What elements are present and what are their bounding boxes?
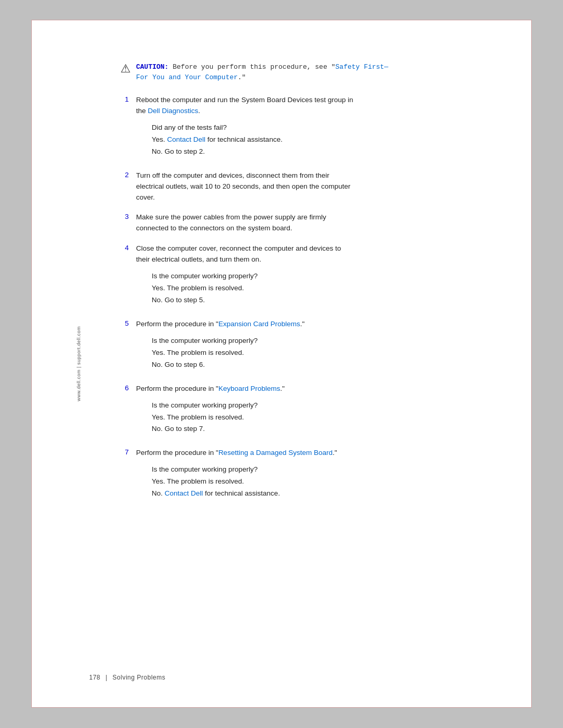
step-4: 4 Close the computer cover, reconnect th… (120, 243, 479, 310)
step-1-number: 1 (120, 95, 129, 103)
footer: 178 | Solving Problems (89, 674, 165, 681)
step-5-number: 5 (120, 319, 129, 327)
step-2-text: Turn off the computer and devices, disco… (136, 171, 350, 201)
step-5-sub-2: Yes. The problem is resolved. (152, 347, 479, 359)
step-6-sub-2: Yes. The problem is resolved. (152, 412, 479, 424)
step-6-content: Perform the procedure in "Keyboard Probl… (136, 384, 479, 439)
page: www.dell.com | support.dell.com ⚠ CAUTIO… (31, 20, 532, 708)
step-4-sub-1: Is the computer working properly? (152, 270, 479, 282)
step-7-sub: Is the computer working properly? Yes. T… (152, 464, 479, 500)
step-3-number: 3 (120, 213, 129, 220)
step-1: 1 Reboot the computer and run the System… (120, 95, 479, 161)
keyboard-problems-link[interactable]: Keyboard Problems (218, 385, 280, 392)
caution-label: CAUTION: (136, 63, 168, 71)
step-1-sub-3: No. Go to step 2. (152, 146, 479, 158)
step-1-sub-2: Yes. Contact Dell for technical assistan… (152, 134, 479, 146)
step-1-sub: Did any of the tests fail? Yes. Contact … (152, 122, 479, 158)
step-3-content: Make sure the power cables from the powe… (136, 212, 479, 234)
expansion-card-link[interactable]: Expansion Card Problems (218, 320, 300, 328)
footer-section: Solving Problems (113, 674, 165, 681)
step-6-sub-3: No. Go to step 7. (152, 423, 479, 435)
contact-dell-link-1[interactable]: Contact Dell (167, 135, 206, 143)
resetting-damaged-board-link[interactable]: Resetting a Damaged System Board (218, 449, 333, 456)
step-7-text: Perform the procedure in "Resetting a Da… (136, 449, 337, 456)
step-7: 7 Perform the procedure in "Resetting a … (120, 448, 479, 503)
step-5-sub: Is the computer working properly? Yes. T… (152, 335, 479, 371)
caution-box: ⚠ CAUTION: Before you perform this proce… (120, 62, 479, 82)
step-4-sub-3: No. Go to step 5. (152, 294, 479, 306)
step-6-sub-1: Is the computer working properly? (152, 400, 479, 412)
safety-first-link[interactable]: Safety First—For You and Your Computer (136, 63, 388, 81)
step-5-sub-3: No. Go to step 6. (152, 359, 479, 371)
step-6: 6 Perform the procedure in "Keyboard Pro… (120, 384, 479, 439)
step-2-content: Turn off the computer and devices, disco… (136, 170, 479, 203)
page-number: 178 (89, 674, 101, 681)
step-6-text: Perform the procedure in "Keyboard Probl… (136, 385, 285, 392)
step-4-content: Close the computer cover, reconnect the … (136, 243, 479, 310)
step-1-content: Reboot the computer and run the System B… (136, 95, 479, 161)
step-4-sub-2: Yes. The problem is resolved. (152, 282, 479, 294)
main-content: ⚠ CAUTION: Before you perform this proce… (120, 62, 479, 503)
step-1-text: Reboot the computer and run the System B… (136, 96, 353, 115)
step-5-text: Perform the procedure in "Expansion Card… (136, 320, 304, 328)
step-7-number: 7 (120, 448, 129, 456)
step-6-sub: Is the computer working properly? Yes. T… (152, 400, 479, 436)
step-4-text: Close the computer cover, reconnect the … (136, 244, 341, 263)
step-7-sub-1: Is the computer working properly? (152, 464, 479, 476)
step-4-number: 4 (120, 244, 129, 252)
step-5-content: Perform the procedure in "Expansion Card… (136, 319, 479, 374)
step-6-number: 6 (120, 384, 129, 392)
caution-body: Before you perform this procedure, see "… (136, 63, 388, 81)
step-5: 5 Perform the procedure in "Expansion Ca… (120, 319, 479, 374)
step-7-content: Perform the procedure in "Resetting a Da… (136, 448, 479, 503)
step-7-sub-3: No. Contact Dell for technical assistanc… (152, 488, 479, 500)
contact-dell-link-2[interactable]: Contact Dell (165, 489, 203, 497)
step-1-sub-1: Did any of the tests fail? (152, 122, 479, 134)
sidebar-text: www.dell.com | support.dell.com (76, 326, 81, 401)
caution-icon: ⚠ (120, 62, 131, 76)
caution-text: CAUTION: Before you perform this procedu… (136, 62, 388, 82)
dell-diagnostics-link[interactable]: Dell Diagnostics (148, 107, 199, 115)
step-5-sub-1: Is the computer working properly? (152, 335, 479, 347)
step-2: 2 Turn off the computer and devices, dis… (120, 170, 479, 203)
step-3-text: Make sure the power cables from the powe… (136, 213, 326, 232)
step-7-sub-2: Yes. The problem is resolved. (152, 476, 479, 488)
step-2-number: 2 (120, 171, 129, 179)
footer-separator: | (105, 674, 107, 681)
step-4-sub: Is the computer working properly? Yes. T… (152, 270, 479, 306)
steps-list: 1 Reboot the computer and run the System… (120, 95, 479, 503)
step-3: 3 Make sure the power cables from the po… (120, 212, 479, 234)
